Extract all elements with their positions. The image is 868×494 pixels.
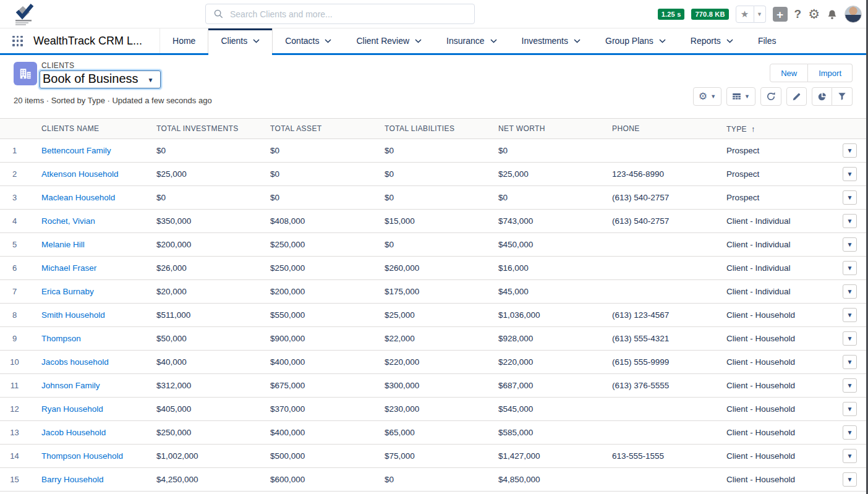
client-name-link[interactable]: Thompson (41, 334, 81, 343)
tab-home[interactable]: Home (160, 28, 208, 53)
row-number: 14 (0, 445, 41, 468)
favorites-star-icon[interactable]: ★ (736, 6, 754, 23)
new-button[interactable]: New (770, 64, 808, 82)
client-name-link[interactable]: Rochet, Vivian (41, 216, 95, 226)
row-actions-dropdown-button[interactable]: ▼ (843, 402, 857, 416)
row-actions-dropdown-button[interactable]: ▼ (843, 472, 857, 487)
client-name-link[interactable]: Erica Burnaby (41, 287, 94, 296)
row-actions-dropdown-button[interactable]: ▼ (843, 449, 857, 463)
search-input[interactable] (230, 9, 466, 19)
column-header-total-asset[interactable]: TOTAL ASSET (270, 119, 385, 139)
cell-total-liabilities: $0 (385, 186, 498, 210)
notifications-bell-icon[interactable] (827, 9, 838, 20)
cell-phone (612, 280, 726, 304)
tab-contacts[interactable]: Contacts (273, 28, 344, 53)
cell-type: Prospect (726, 186, 832, 210)
column-header-phone[interactable]: PHONE (612, 119, 726, 139)
table-row: 12Ryan Household$405,000$370,000$230,000… (0, 398, 868, 421)
global-search[interactable] (205, 4, 475, 24)
row-actions-dropdown-button[interactable]: ▼ (843, 214, 857, 228)
chart-filter-button-group (812, 87, 853, 106)
client-name-link[interactable]: Jacobs household (41, 357, 109, 367)
list-view-selector[interactable]: Book of Business ▼ (40, 70, 161, 88)
cell-total-liabilities: $260,000 (385, 257, 498, 280)
chevron-down-icon (490, 39, 497, 43)
row-actions-dropdown-button[interactable]: ▼ (843, 378, 857, 393)
favorites-button-group: ★ ▼ (736, 6, 766, 23)
cell-net-worth: $450,000 (498, 233, 612, 257)
list-view-controls-button[interactable]: ⚙ ▼ (693, 87, 721, 106)
setup-gear-icon[interactable]: ⚙ (808, 7, 820, 22)
header-action-buttons: New Import (770, 64, 853, 82)
row-actions-dropdown-button[interactable]: ▼ (843, 261, 857, 275)
client-name-link[interactable]: Michael Fraser (41, 263, 96, 273)
list-view-name: Book of Business (43, 72, 138, 86)
column-header-clients-name[interactable]: CLIENTS NAME (41, 119, 156, 139)
column-header-total-liabilities[interactable]: TOTAL LIABILITIES (385, 119, 498, 139)
cell-total-liabilities: $230,000 (385, 398, 498, 421)
favorites-dropdown-icon[interactable]: ▼ (754, 6, 766, 23)
client-name-link[interactable]: Melanie Hill (41, 240, 85, 249)
table-row: 15Barry Household$4,250,000$600,000$0$4,… (0, 468, 868, 492)
row-actions-column-header (832, 119, 868, 139)
refresh-button[interactable] (760, 87, 781, 106)
row-actions-dropdown-button[interactable]: ▼ (843, 237, 857, 252)
column-header-net-worth[interactable]: NET WORTH (498, 119, 612, 139)
tab-insurance[interactable]: Insurance (434, 28, 509, 53)
tab-label: Group Plans (605, 36, 653, 46)
table-row: 2Atkenson Household$25,000$0$0$25,000123… (0, 163, 868, 186)
tab-client-review[interactable]: Client Review (344, 28, 434, 53)
user-avatar[interactable] (845, 6, 862, 23)
cell-type: Client - Household (726, 351, 832, 374)
client-name-link[interactable]: Ryan Household (41, 404, 103, 414)
row-actions-dropdown-button[interactable]: ▼ (843, 143, 857, 158)
row-actions-dropdown-button[interactable]: ▼ (843, 331, 857, 346)
tab-investments[interactable]: Investments (509, 28, 593, 53)
import-button[interactable]: Import (808, 64, 853, 82)
row-number: 4 (0, 210, 41, 233)
cell-total-investments: $511,000 (156, 304, 270, 327)
row-actions-dropdown-button[interactable]: ▼ (843, 425, 857, 440)
client-name-link[interactable]: Atkenson Household (41, 169, 119, 179)
cell-net-worth: $0 (498, 139, 612, 163)
row-actions-dropdown-button[interactable]: ▼ (843, 284, 857, 299)
inline-edit-button[interactable] (786, 87, 807, 106)
tab-files[interactable]: Files (746, 28, 789, 53)
charts-button[interactable] (812, 87, 832, 106)
tab-label: Reports (691, 36, 721, 46)
display-as-button[interactable]: ▼ (726, 87, 755, 106)
cell-type: Client - Household (726, 304, 832, 327)
nav-tabs: HomeClientsContactsClient ReviewInsuranc… (160, 28, 788, 53)
cell-total-liabilities: $15,000 (385, 210, 498, 233)
global-actions-plus-icon[interactable]: + (773, 7, 788, 22)
row-actions-dropdown-button[interactable]: ▼ (843, 308, 857, 322)
client-name-link[interactable]: Barry Household (41, 475, 104, 484)
help-icon[interactable]: ? (794, 7, 802, 21)
column-header-type[interactable]: TYPE↑ (726, 119, 832, 139)
row-actions-dropdown-button[interactable]: ▼ (843, 167, 857, 181)
table-row: 9Thompson$50,000$900,000$22,000$928,000(… (0, 327, 868, 351)
app-name[interactable]: WealthTrack CRM L... (33, 35, 142, 48)
app-launcher-waffle-icon[interactable] (12, 36, 23, 46)
tab-group-plans[interactable]: Group Plans (593, 28, 678, 53)
cell-type: Client - Individual (726, 257, 832, 280)
cell-total-asset: $0 (270, 163, 385, 186)
tab-clients[interactable]: Clients (208, 28, 273, 53)
column-header-total-investments[interactable]: TOTAL INVESTMENTS (156, 119, 270, 139)
filters-button[interactable] (832, 87, 853, 106)
cell-total-investments: $20,000 (156, 280, 270, 304)
column-header-label: PHONE (612, 124, 640, 133)
tab-reports[interactable]: Reports (678, 28, 746, 53)
row-actions-dropdown-button[interactable]: ▼ (843, 355, 857, 369)
client-name-link[interactable]: Maclean Household (41, 193, 115, 202)
client-name-link[interactable]: Thompson Household (41, 451, 123, 461)
client-name-link[interactable]: Jacob Household (41, 428, 106, 437)
client-name-link[interactable]: Bettencourt Family (41, 146, 111, 155)
chevron-down-icon (253, 39, 260, 43)
row-actions-dropdown-button[interactable]: ▼ (843, 190, 857, 205)
table-display-icon (732, 92, 741, 101)
client-name-link[interactable]: Smith Household (41, 310, 105, 320)
column-header-label: CLIENTS NAME (41, 124, 99, 133)
client-name-link[interactable]: Johnson Family (41, 381, 100, 390)
cell-total-liabilities: $0 (385, 163, 498, 186)
